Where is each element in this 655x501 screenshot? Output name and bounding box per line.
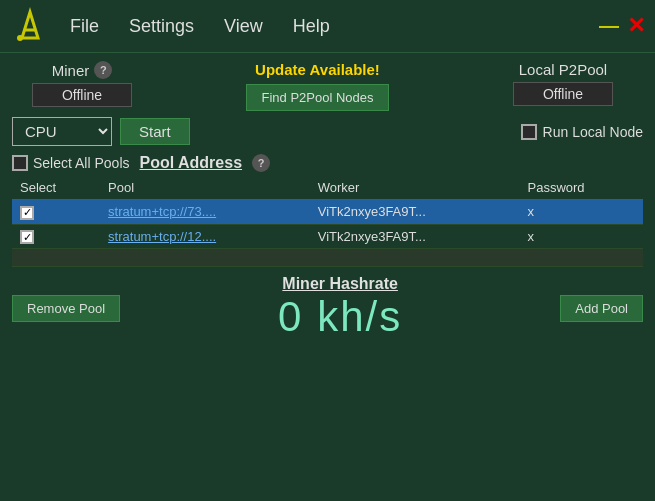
select-all-row: Select All Pools (12, 155, 130, 171)
menu-settings[interactable]: Settings (129, 16, 194, 37)
start-button[interactable]: Start (120, 118, 190, 145)
row2-select[interactable]: ✓ (12, 224, 100, 249)
p2pool-status: Offline (513, 82, 613, 106)
main-content: Miner ? Offline Update Available! Find P… (0, 53, 655, 349)
empty-table-row (12, 249, 643, 267)
top-row: Miner ? Offline Update Available! Find P… (12, 61, 643, 111)
miner-section: Miner ? Offline (12, 61, 152, 107)
row1-worker: ViTk2nxye3FA9T... (310, 200, 520, 225)
miner-label: Miner (52, 62, 90, 79)
row2-worker: ViTk2nxye3FA9T... (310, 224, 520, 249)
cpu-dropdown[interactable]: CPU GPU Auto (12, 117, 112, 146)
svg-point-2 (17, 35, 23, 41)
run-local-row: Run Local Node (521, 124, 643, 140)
find-nodes-button[interactable]: Find P2Pool Nodes (246, 84, 388, 111)
row1-select[interactable]: ✓ (12, 200, 100, 225)
p2pool-label-row: Local P2Pool (519, 61, 607, 78)
row2-pool[interactable]: stratum+tcp://12.... (100, 224, 310, 249)
window-controls: — ✕ (599, 15, 645, 37)
miner-help-icon[interactable]: ? (94, 61, 112, 79)
pool-help-icon[interactable]: ? (252, 154, 270, 172)
hashrate-title: Miner Hashrate (120, 275, 560, 293)
add-pool-button[interactable]: Add Pool (560, 295, 643, 322)
table-header-row: Select Pool Worker Password (12, 176, 643, 200)
pool-table: Select Pool Worker Password ✓ stratum+tc… (12, 176, 643, 267)
col-pool: Pool (100, 176, 310, 200)
miner-status: Offline (32, 83, 132, 107)
row2-password: x (520, 224, 644, 249)
row2-checkbox[interactable]: ✓ (20, 230, 34, 244)
bottom-row: Remove Pool Miner Hashrate 0 kh/s Add Po… (12, 275, 643, 341)
row1-pool[interactable]: stratum+tcp://73.... (100, 200, 310, 225)
close-button[interactable]: ✕ (627, 15, 645, 37)
update-text: Update Available! (255, 61, 380, 78)
second-row: CPU GPU Auto Start Run Local Node (12, 117, 643, 146)
table-row[interactable]: ✓ stratum+tcp://73.... ViTk2nxye3FA9T...… (12, 200, 643, 225)
menu-view[interactable]: View (224, 16, 263, 37)
menu-file[interactable]: File (70, 16, 99, 37)
row1-password: x (520, 200, 644, 225)
col-worker: Worker (310, 176, 520, 200)
run-local-checkbox[interactable] (521, 124, 537, 140)
p2pool-label: Local P2Pool (519, 61, 607, 78)
col-select: Select (12, 176, 100, 200)
pool-header-row: Select All Pools Pool Address ? (12, 154, 643, 172)
menu-help[interactable]: Help (293, 16, 330, 37)
cpu-row: CPU GPU Auto Start (12, 117, 190, 146)
svg-marker-0 (22, 12, 38, 38)
table-row[interactable]: ✓ stratum+tcp://12.... ViTk2nxye3FA9T...… (12, 224, 643, 249)
app-logo (10, 6, 50, 46)
hashrate-section: Miner Hashrate 0 kh/s (120, 275, 560, 341)
p2pool-section: Local P2Pool Offline (483, 61, 643, 106)
row1-checkbox[interactable]: ✓ (20, 206, 34, 220)
row1-pool-link[interactable]: stratum+tcp://73.... (108, 204, 216, 219)
title-bar: File Settings View Help — ✕ (0, 0, 655, 53)
col-password: Password (520, 176, 644, 200)
select-all-checkbox[interactable] (12, 155, 28, 171)
minimize-button[interactable]: — (599, 15, 619, 37)
run-local-label: Run Local Node (543, 124, 643, 140)
row2-pool-link[interactable]: stratum+tcp://12.... (108, 229, 216, 244)
miner-label-row: Miner ? (52, 61, 113, 79)
remove-pool-button[interactable]: Remove Pool (12, 295, 120, 322)
menu-bar: File Settings View Help (70, 16, 599, 37)
update-section: Update Available! Find P2Pool Nodes (246, 61, 388, 111)
hashrate-value: 0 kh/s (120, 293, 560, 341)
select-all-label: Select All Pools (33, 155, 130, 171)
pool-address-title: Pool Address (140, 154, 243, 172)
